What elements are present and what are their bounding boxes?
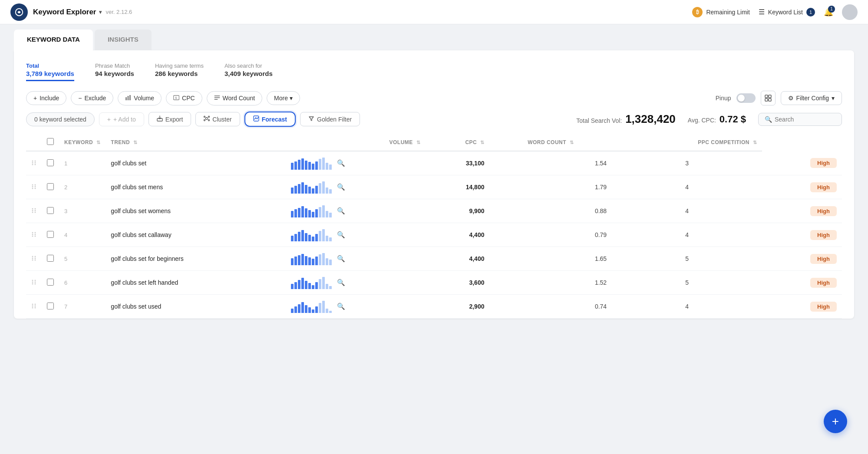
app-version: ver. 2.12.6 — [106, 9, 132, 15]
remaining-limit-btn[interactable]: ₿ Remaining Limit — [692, 7, 749, 17]
row-checkbox[interactable] — [47, 303, 54, 309]
export-btn[interactable]: Export — [149, 112, 191, 126]
ppc-cell: High — [762, 151, 842, 175]
filter-config-btn[interactable]: ⚙ Filter Config ▾ — [781, 91, 842, 105]
trend-search-icon[interactable]: 🔍 — [337, 231, 345, 239]
svg-point-22 — [32, 162, 33, 163]
svg-point-56 — [32, 303, 33, 305]
more-btn[interactable]: More ▾ — [267, 91, 300, 105]
keyword-list-btn[interactable]: ☰ Keyword List 1 — [759, 8, 815, 16]
row-drag — [26, 223, 42, 247]
tab-insights[interactable]: INSIGHTS — [95, 30, 152, 50]
th-word-count: WORD COUNT ⇅ — [489, 134, 612, 151]
trend-search-icon[interactable]: 🔍 — [337, 303, 345, 310]
pinup-toggle[interactable] — [736, 93, 756, 103]
app-name-chevron: ▾ — [99, 9, 102, 15]
high-badge: High — [810, 158, 837, 168]
keyword-categories: Total 3,789 keywords Phrase Match 94 key… — [26, 63, 842, 81]
cluster-btn[interactable]: Cluster — [195, 112, 240, 126]
svg-point-61 — [35, 307, 36, 308]
avatar[interactable] — [842, 4, 858, 20]
page-tabs: KEYWORD DATA INSIGHTS — [14, 30, 854, 50]
cat-phrase-match[interactable]: Phrase Match 94 keywords — [95, 63, 134, 81]
golden-filter-btn[interactable]: Golden Filter — [300, 112, 360, 126]
svg-point-49 — [35, 259, 36, 260]
keyword-sort-icon[interactable]: ⇅ — [96, 140, 100, 145]
volume-sort-icon[interactable]: ⇅ — [416, 140, 420, 145]
th-trend: TREND ⇅ — [106, 134, 285, 151]
row-checkbox[interactable] — [47, 183, 54, 190]
main-content: KEYWORD DATA INSIGHTS Total 3,789 keywor… — [0, 30, 868, 332]
table-row: 4 golf clubs set callaway 🔍 4,400 0.79 4… — [26, 223, 842, 247]
cpc-sort-icon[interactable]: ⇅ — [480, 140, 484, 145]
trend-cell: 🔍 — [286, 223, 426, 247]
row-checkbox[interactable] — [47, 231, 54, 238]
selected-count-badge: 0 keyword selected — [26, 112, 95, 126]
trend-search-icon[interactable]: 🔍 — [337, 183, 345, 191]
svg-point-29 — [35, 186, 36, 187]
forecast-btn[interactable]: Forecast — [244, 112, 296, 127]
trend-search-icon[interactable]: 🔍 — [337, 279, 345, 286]
row-checkbox[interactable] — [47, 279, 54, 286]
cat-same-terms[interactable]: Having same terms 286 keywords — [155, 63, 204, 81]
app-logo[interactable] — [10, 3, 28, 21]
svg-point-54 — [32, 283, 33, 284]
keyword-cell: golf clubs set — [106, 151, 285, 175]
forecast-icon — [253, 115, 259, 123]
wc-sort-icon[interactable]: ⇅ — [570, 140, 574, 145]
grid-view-btn[interactable] — [761, 91, 776, 105]
svg-text:$: $ — [175, 96, 177, 100]
search-input[interactable] — [775, 116, 835, 123]
svg-point-34 — [32, 210, 33, 211]
ppc-sort-icon[interactable]: ⇅ — [753, 140, 757, 145]
tab-keyword-data[interactable]: KEYWORD DATA — [14, 30, 93, 50]
include-btn[interactable]: + Include — [26, 91, 66, 105]
cpc-cell: 1.52 — [489, 271, 612, 295]
svg-point-38 — [32, 232, 33, 233]
trend-search-icon[interactable]: 🔍 — [337, 255, 345, 263]
volume-btn[interactable]: Volume — [118, 91, 162, 105]
svg-point-28 — [32, 186, 33, 187]
avg-cpc-label: Avg. CPC: 0.72 $ — [688, 114, 746, 125]
keyword-cell: golf clubs set mens — [106, 175, 285, 199]
svg-point-31 — [35, 188, 36, 189]
svg-point-41 — [35, 234, 36, 235]
trend-cell: 🔍 — [286, 247, 426, 271]
row-checkbox[interactable] — [47, 159, 54, 166]
row-number: 6 — [59, 271, 106, 295]
trend-search-icon[interactable]: 🔍 — [337, 159, 345, 167]
bell-btn[interactable]: 🔔 1 — [824, 7, 833, 17]
exclude-btn[interactable]: − Exclude — [71, 91, 113, 105]
svg-point-24 — [32, 164, 33, 165]
word-count-btn[interactable]: Word Count — [207, 91, 262, 105]
cat-total[interactable]: Total 3,789 keywords — [26, 63, 74, 81]
row-checkbox[interactable] — [47, 207, 54, 214]
volume-cell: 14,800 — [426, 175, 489, 199]
svg-point-25 — [35, 164, 36, 165]
add-to-btn[interactable]: + + Add to — [99, 112, 144, 126]
cpc-btn[interactable]: $ CPC — [166, 91, 202, 105]
keyword-cell: golf clubs set womens — [106, 199, 285, 223]
list-icon: ☰ — [759, 8, 765, 16]
trend-search-icon[interactable]: 🔍 — [337, 207, 345, 215]
table-row: 7 golf clubs set used 🔍 2,900 0.74 4 Hig… — [26, 295, 842, 319]
ppc-cell: High — [762, 247, 842, 271]
svg-point-43 — [35, 235, 36, 237]
word-count-cell: 4 — [612, 175, 762, 199]
table-row: 1 golf clubs set 🔍 33,100 1.54 3 High — [26, 151, 842, 175]
row-number: 5 — [59, 247, 106, 271]
cpc-cell: 0.74 — [489, 295, 612, 319]
row-number: 4 — [59, 223, 106, 247]
app-name[interactable]: Keyword Explorer ▾ — [33, 8, 102, 16]
total-vol-value: 1,328,420 — [625, 112, 676, 125]
select-all-checkbox[interactable] — [47, 138, 54, 145]
th-check — [42, 134, 59, 151]
table-body: 1 golf clubs set 🔍 33,100 1.54 3 High — [26, 151, 842, 319]
svg-point-35 — [35, 210, 36, 211]
row-checkbox[interactable] — [47, 255, 54, 262]
trend-sort-icon[interactable]: ⇅ — [133, 140, 137, 145]
fab-add-btn[interactable]: + — [824, 410, 847, 433]
cat-also-search[interactable]: Also search for 3,409 keywords — [224, 63, 273, 81]
svg-point-51 — [35, 280, 36, 281]
high-badge: High — [810, 278, 837, 288]
